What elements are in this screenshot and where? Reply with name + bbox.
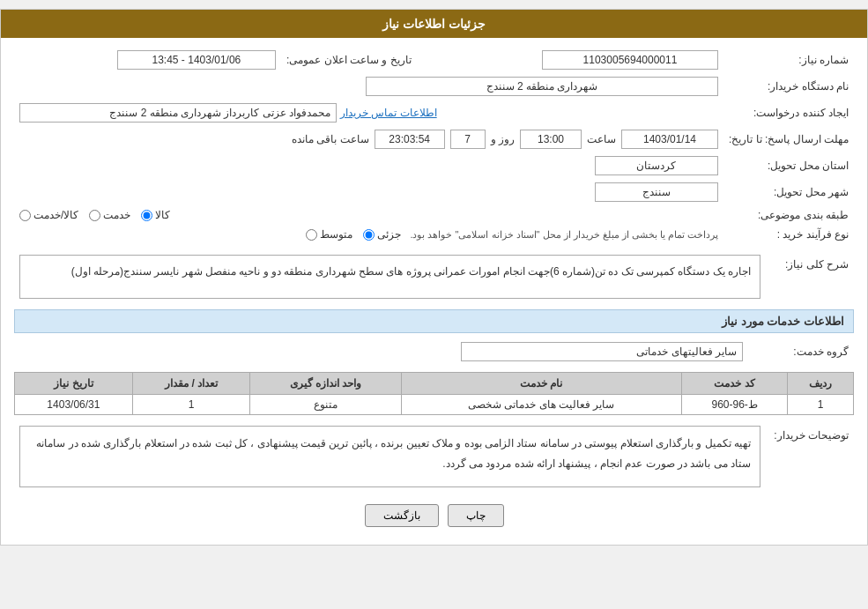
day-label: روز و [491, 133, 515, 145]
need-number-value: 1103005694000011 [429, 47, 723, 73]
category-option-kala-khadamat[interactable]: کالا/خدمت [19, 209, 78, 221]
process-motavasset-label: متوسط [320, 228, 352, 241]
services-table: ردیف کد خدمت نام خدمت واحد اندازه گیری ت… [14, 372, 854, 415]
city-label: شهر محل تحویل: [723, 179, 854, 205]
category-khadamat-label: خدمت [103, 209, 130, 221]
announcement-date-label: تاریخ و ساعت اعلان عمومی: [281, 47, 429, 73]
notes-box: تهیه تکمیل و بارگذاری استعلام پیوستی در … [19, 426, 760, 487]
category-kala-khadamat-radio[interactable] [19, 210, 31, 221]
col-service-code: کد خدمت [681, 373, 787, 395]
announcement-date-input: 1403/01/06 - 13:45 [117, 50, 276, 70]
description-table: شرح کلی نیاز: اجاره یک دستگاه کمپرسی تک … [14, 251, 854, 302]
unit: متنوع [250, 395, 401, 415]
category-option-khadamat[interactable]: خدمت [89, 209, 130, 221]
remaining-input: 23:03:54 [375, 130, 445, 149]
process-option-motavasset[interactable]: متوسط [306, 228, 352, 241]
page-header: جزئیات اطلاعات نیاز [1, 10, 867, 38]
city-value: سنندج [14, 179, 723, 205]
description-value: اجاره یک دستگاه کمپرسی تک ده تن(شماره 6)… [14, 251, 766, 302]
province-label: استان محل تحویل: [723, 152, 854, 179]
page-title: جزئیات اطلاعات نیاز [382, 17, 486, 31]
button-row: بازگشت چاپ [14, 504, 854, 527]
province-input: کردستان [595, 156, 718, 175]
info-table: شماره نیاز: 1103005694000011 تاریخ و ساع… [14, 47, 854, 244]
back-button[interactable]: بازگشت [365, 504, 439, 527]
province-value: کردستان [14, 152, 723, 179]
service-group-value: سایر فعالیتهای خدماتی [14, 338, 748, 365]
remaining-label: ساعت باقی مانده [292, 133, 369, 145]
time-label: ساعت [587, 133, 616, 145]
deadline-label: مهلت ارسال پاسخ: تا تاریخ: [723, 126, 854, 152]
category-row: کالا/خدمت خدمت کالا [14, 205, 723, 225]
deadline-date-input: 1403/01/14 [621, 130, 718, 149]
description-label: شرح کلی نیاز: [766, 251, 854, 302]
category-khadamat-radio[interactable] [89, 210, 100, 221]
creator-contact-link[interactable]: اطلاعات تماس خریدار [340, 107, 437, 119]
service-info-title: اطلاعات خدمات مورد نیاز [14, 309, 854, 333]
col-unit: واحد اندازه گیری [250, 373, 401, 395]
quantity: 1 [132, 395, 250, 415]
process-option-jozii[interactable]: جزئی [363, 228, 401, 241]
notes-table: توضیحات خریدار: تهیه تکمیل و بارگذاری اس… [14, 422, 854, 491]
announcement-date-value: 1403/01/06 - 13:45 [14, 47, 281, 73]
service-group-input: سایر فعالیتهای خدماتی [461, 342, 743, 361]
creator-row: اطلاعات تماس خریدار محمدفواد عزتی کاربرد… [14, 100, 723, 126]
buyer-notes-label: توضیحات خریدار: [766, 422, 854, 491]
process-label: نوع فرآیند خرید : [723, 225, 854, 244]
process-motavasset-radio[interactable] [306, 229, 317, 241]
creator-input: محمدفواد عزتی کاربرداز شهرداری منطقه 2 س… [19, 103, 337, 123]
buyer-org-input: شهرداری منطقه 2 سنندج [366, 77, 718, 96]
description-box: اجاره یک دستگاه کمپرسی تک ده تن(شماره 6)… [19, 255, 760, 299]
table-row: 1 ط-96-960 سایر فعالیت های خدماتی شخصی م… [15, 395, 854, 415]
day-input: 7 [450, 130, 486, 149]
need-number-input: 1103005694000011 [542, 50, 718, 70]
col-row-num: ردیف [788, 373, 854, 395]
process-radio-group: متوسط جزئی [306, 228, 401, 241]
creator-label: ایجاد کننده درخواست: [723, 100, 854, 126]
time-input: 13:00 [520, 130, 582, 149]
page-wrapper: جزئیات اطلاعات نیاز شماره نیاز: 11030056… [0, 9, 868, 546]
process-jozii-label: جزئی [377, 228, 401, 241]
col-service-name: نام خدمت [401, 373, 681, 395]
process-jozii-radio[interactable] [363, 229, 375, 241]
print-button[interactable]: چاپ [448, 504, 504, 527]
category-kala-radio[interactable] [141, 210, 152, 221]
process-note: پرداخت تمام یا بخشی از مبلغ خریدار از مح… [410, 229, 718, 241]
need-number-label: شماره نیاز: [723, 47, 854, 73]
service-code: ط-96-960 [681, 395, 787, 415]
deadline-row: 1403/01/14 ساعت 13:00 روز و 7 23:03:54 س… [14, 126, 723, 152]
buyer-org-label: نام دستگاه خریدار: [723, 73, 854, 100]
category-radio-group: کالا/خدمت خدمت کالا [19, 209, 718, 221]
service-name: سایر فعالیت های خدماتی شخصی [401, 395, 681, 415]
buyer-org-value: شهرداری منطقه 2 سنندج [14, 73, 723, 100]
city-input: سنندج [595, 182, 718, 202]
content-area: شماره نیاز: 1103005694000011 تاریخ و ساع… [1, 38, 867, 545]
buyer-notes-value: تهیه تکمیل و بارگذاری استعلام پیوستی در … [14, 422, 766, 491]
need-date: 1403/06/31 [15, 395, 133, 415]
service-group-label: گروه خدمت: [748, 338, 854, 365]
service-group-table: گروه خدمت: سایر فعالیتهای خدماتی [14, 338, 854, 365]
col-date: تاریخ نیاز [15, 373, 133, 395]
category-label: طبقه بندی موضوعی: [723, 205, 854, 225]
process-row: پرداخت تمام یا بخشی از مبلغ خریدار از مح… [14, 225, 723, 244]
category-option-kala[interactable]: کالا [141, 209, 170, 221]
col-quantity: تعداد / مقدار [132, 373, 250, 395]
row-num: 1 [788, 395, 854, 415]
category-kala-khadamat-label: کالا/خدمت [33, 209, 78, 221]
category-kala-label: کالا [155, 209, 170, 221]
